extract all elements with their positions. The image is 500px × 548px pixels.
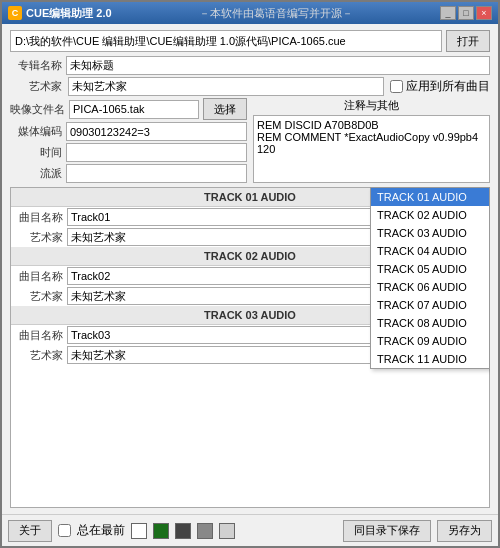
track-01-artist-label: 艺术家 xyxy=(15,230,63,245)
track-01-name-label: 曲目名称 xyxy=(15,210,63,225)
artist-apply-row: 艺术家 应用到所有曲目 xyxy=(10,77,490,96)
dropdown-item-07[interactable]: TRACK 07 AUDIO xyxy=(371,296,489,314)
always-front-checkbox[interactable] xyxy=(58,524,71,537)
dropdown-item-03[interactable]: TRACK 03 AUDIO xyxy=(371,224,489,242)
artist-input[interactable] xyxy=(68,77,384,96)
genre-label: 流派 xyxy=(10,166,62,181)
dropdown-item-06[interactable]: TRACK 06 AUDIO xyxy=(371,278,489,296)
image-input[interactable] xyxy=(69,100,199,119)
save-dir-button[interactable]: 同目录下保存 xyxy=(343,520,431,542)
main-window: C CUE编辑助理 2.0 －本软件由葛语音编写并开源－ _ □ × 打开 专辑… xyxy=(0,0,500,548)
open-button[interactable]: 打开 xyxy=(446,30,490,52)
app-title: CUE编辑助理 2.0 xyxy=(26,6,112,21)
color-green[interactable] xyxy=(153,523,169,539)
image-label: 映像文件名 xyxy=(10,102,65,117)
genre-input[interactable] xyxy=(66,164,247,183)
color-white[interactable] xyxy=(131,523,147,539)
color-light[interactable] xyxy=(219,523,235,539)
dropdown-item-09[interactable]: TRACK 09 AUDIO xyxy=(371,332,489,350)
left-fields: 映像文件名 选择 媒体编码 时间 流派 xyxy=(10,98,247,183)
dropdown-item-11[interactable]: TRACK 11 AUDIO xyxy=(371,350,489,368)
always-front-label: 总在最前 xyxy=(77,522,125,539)
time-label: 时间 xyxy=(10,145,62,160)
tracks-area: TRACK 01 AUDIO 曲目名称 艺术家 TRACK 02 AUDIO 曲… xyxy=(10,187,490,508)
image-notes-row: 映像文件名 选择 媒体编码 时间 流派 xyxy=(10,98,490,183)
notes-textarea[interactable]: REM DISCID A70B8D0B REM COMMENT *ExactAu… xyxy=(253,115,490,183)
media-label: 媒体编码 xyxy=(10,124,62,139)
dropdown-item-08[interactable]: TRACK 08 AUDIO xyxy=(371,314,489,332)
app-subtitle: －本软件由葛语音编写并开源－ xyxy=(199,6,353,21)
album-input[interactable] xyxy=(66,56,490,75)
album-row: 专辑名称 xyxy=(10,56,490,75)
upper-form: 专辑名称 艺术家 应用到所有曲目 映像文件名 选择 xyxy=(10,56,490,183)
file-row: 打开 xyxy=(10,30,490,52)
notes-section: 注释与其他 REM DISCID A70B8D0B REM COMMENT *E… xyxy=(253,98,490,183)
app-icon: C xyxy=(8,6,22,20)
track-02-name-label: 曲目名称 xyxy=(15,269,63,284)
select-button[interactable]: 选择 xyxy=(203,98,247,120)
maximize-button[interactable]: □ xyxy=(458,6,474,20)
time-input[interactable] xyxy=(66,143,247,162)
media-row: 媒体编码 xyxy=(10,122,247,141)
genre-row: 流派 xyxy=(10,164,247,183)
dropdown-item-04[interactable]: TRACK 04 AUDIO xyxy=(371,242,489,260)
notes-label: 注释与其他 xyxy=(253,98,490,113)
track-dropdown[interactable]: TRACK 01 AUDIO TRACK 02 AUDIO TRACK 03 A… xyxy=(370,187,490,369)
apply-checkbox-row: 应用到所有曲目 xyxy=(390,78,490,95)
track-03-artist-label: 艺术家 xyxy=(15,348,63,363)
window-buttons: _ □ × xyxy=(440,6,492,20)
time-row: 时间 xyxy=(10,143,247,162)
file-path-input[interactable] xyxy=(10,30,442,52)
bottom-bar: 关于 总在最前 同目录下保存 另存为 xyxy=(2,514,498,546)
close-button[interactable]: × xyxy=(476,6,492,20)
dropdown-item-01[interactable]: TRACK 01 AUDIO xyxy=(371,188,489,206)
apply-all-checkbox[interactable] xyxy=(390,80,403,93)
minimize-button[interactable]: _ xyxy=(440,6,456,20)
apply-all-label: 应用到所有曲目 xyxy=(406,78,490,95)
track-02-artist-label: 艺术家 xyxy=(15,289,63,304)
color-dark[interactable] xyxy=(175,523,191,539)
album-label: 专辑名称 xyxy=(10,58,62,73)
save-as-button[interactable]: 另存为 xyxy=(437,520,492,542)
title-bar-left: C CUE编辑助理 2.0 xyxy=(8,6,112,21)
about-button[interactable]: 关于 xyxy=(8,520,52,542)
track-03-name-label: 曲目名称 xyxy=(15,328,63,343)
main-content: 打开 专辑名称 艺术家 应用到所有曲目 映像文件名 xyxy=(2,24,498,514)
color-gray[interactable] xyxy=(197,523,213,539)
media-input[interactable] xyxy=(66,122,247,141)
title-bar: C CUE编辑助理 2.0 －本软件由葛语音编写并开源－ _ □ × xyxy=(2,2,498,24)
artist-label: 艺术家 xyxy=(10,79,62,94)
dropdown-item-02[interactable]: TRACK 02 AUDIO xyxy=(371,206,489,224)
dropdown-item-05[interactable]: TRACK 05 AUDIO xyxy=(371,260,489,278)
image-row: 映像文件名 选择 xyxy=(10,98,247,120)
